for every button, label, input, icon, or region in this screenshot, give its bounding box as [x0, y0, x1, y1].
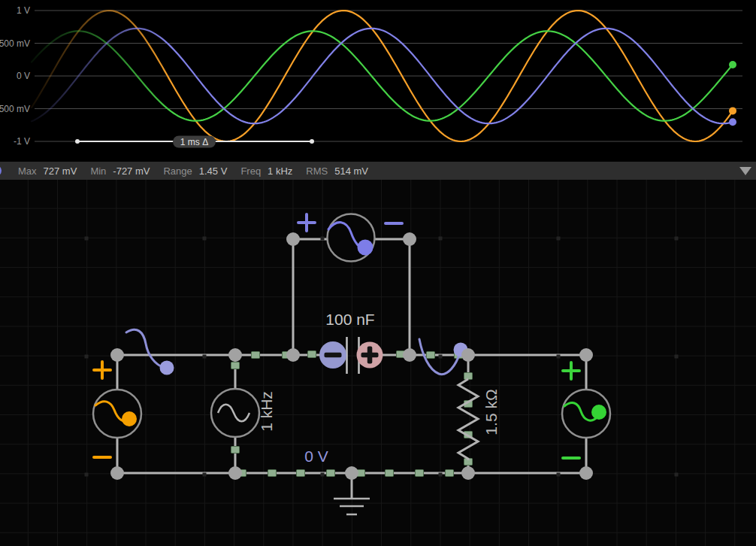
junction-node[interactable]: [286, 348, 300, 362]
probe-dot: [160, 361, 174, 375]
current-flow-dot: [327, 470, 335, 477]
grid-dot: [439, 355, 443, 359]
junction-node[interactable]: [579, 348, 593, 362]
junction-node[interactable]: [110, 466, 124, 480]
probe-dot: [591, 405, 606, 420]
junction-node[interactable]: [286, 232, 300, 246]
plus-glyph-v: [367, 347, 373, 364]
y-axis-label: 0 V: [17, 71, 30, 81]
measurement-status-bar[interactable]: Max 727 mV Min -727 mV Range 1.45 V Freq…: [0, 162, 756, 180]
grid-dot: [321, 237, 325, 241]
current-flow-dot: [427, 352, 435, 359]
measurement-min: Min -727 mV: [90, 165, 150, 177]
measurement-value: -727 mV: [113, 165, 150, 177]
plus-terminal-icon: [563, 362, 579, 379]
selected-trace-indicator[interactable]: [0, 165, 4, 177]
minus-glyph: [325, 353, 342, 358]
current-flow-dot: [464, 373, 473, 380]
probe-dot: [358, 240, 373, 256]
trace-endpoint-resistor: [729, 61, 736, 68]
measurement-label: Min: [90, 165, 106, 177]
grid-dot: [203, 355, 207, 359]
junction-node[interactable]: [461, 348, 475, 362]
probe-wire-marker-left[interactable]: [126, 329, 174, 375]
time-scale-bar[interactable]: 1 ms Δ: [75, 136, 314, 148]
junction-node[interactable]: [228, 466, 242, 480]
plus-terminal-icon: [298, 214, 315, 231]
circuit-canvas[interactable]: 1.5 kΩ 100 nF 1 kHz: [0, 180, 756, 546]
grid-dot: [675, 473, 679, 477]
voltage-source-component[interactable]: 1 kHz: [211, 389, 275, 437]
current-flow-dot: [386, 470, 394, 477]
scope-probe-sine-icon: [126, 329, 162, 367]
measurement-freq: Freq 1 kHz: [240, 165, 292, 177]
current-flow-dot: [252, 352, 260, 359]
scale-bar-endpoint[interactable]: [75, 139, 80, 144]
y-axis-label: -1 V: [14, 136, 30, 147]
grid-dot: [321, 473, 325, 477]
grid-dot: [557, 355, 561, 359]
current-flow-dot: [446, 470, 454, 477]
current-flow-dot: [297, 470, 305, 477]
resistor-value-label: 1.5 kΩ: [482, 389, 500, 435]
resistor-zigzag[interactable]: [458, 379, 478, 460]
junction-node[interactable]: [110, 348, 124, 362]
grid-dot: [85, 473, 89, 477]
junction-node[interactable]: [461, 466, 475, 480]
oscilloscope-panel[interactable]: 1 V 500 mV 0 V -500 mV -1 V 1 ms Δ: [0, 0, 756, 162]
current-flow-dot: [416, 470, 424, 477]
circuit-simulator-app: 1 V 500 mV 0 V -500 mV -1 V 1 ms Δ Max 7…: [0, 0, 756, 546]
junction-node[interactable]: [228, 348, 242, 362]
wires: [117, 239, 586, 473]
voltage-source-freq-label: 1 kHz: [258, 391, 275, 432]
grid-dot: [85, 237, 89, 241]
y-axis-label: -500 mV: [0, 104, 30, 114]
grid-dot: [203, 237, 207, 241]
y-axis-label: 500 mV: [0, 38, 30, 49]
grid-dot: [675, 355, 679, 359]
junction-node[interactable]: [403, 232, 416, 246]
grid-dot: [557, 473, 561, 477]
current-flow-dot: [231, 447, 240, 453]
scale-bar-endpoint[interactable]: [310, 139, 314, 144]
ground-icon: [334, 499, 370, 514]
measurement-range: Range 1.45 V: [163, 165, 227, 177]
junction-node[interactable]: [579, 466, 593, 480]
current-flow-dot: [231, 362, 240, 369]
time-scale-label: 1 ms Δ: [180, 137, 208, 147]
resistor-component[interactable]: 1.5 kΩ: [458, 379, 500, 460]
measurement-value: 727 mV: [44, 165, 77, 177]
capacitor-component[interactable]: 100 nF: [319, 311, 383, 374]
trace-endpoint-source: [729, 107, 736, 114]
measurement-max: Max 727 mV: [18, 165, 77, 177]
measurement-label: Freq: [240, 165, 261, 177]
measurement-value: 514 mV: [334, 165, 368, 177]
grid-dot: [439, 237, 443, 241]
measurement-rms: RMS 514 mV: [306, 165, 368, 177]
measurement-value: 1 kHz: [268, 165, 292, 177]
measurement-label: Max: [18, 165, 37, 177]
scope-probe-top[interactable]: [298, 214, 402, 262]
capacitor-value-label: 100 nF: [325, 311, 374, 328]
junction-node[interactable]: [403, 348, 416, 362]
grid-dot: [85, 355, 89, 359]
current-flow-dot: [268, 470, 277, 477]
grid-dot: [557, 237, 561, 241]
measurement-value: 1.45 V: [199, 165, 228, 177]
measurement-label: RMS: [306, 165, 328, 177]
grid-dot: [675, 237, 679, 241]
probe-dot: [122, 411, 137, 426]
plus-terminal-icon: [94, 362, 110, 378]
current-flow-dot: [308, 351, 316, 358]
ground-voltage-label: 0 V: [304, 447, 328, 465]
measurement-label: Range: [163, 165, 192, 177]
y-axis-label: 1 V: [17, 5, 30, 16]
junction-node[interactable]: [345, 466, 358, 480]
grid-dot: [203, 473, 207, 477]
triangle-down-icon[interactable]: [739, 167, 751, 175]
grid-dot: [439, 473, 443, 477]
trace-endpoint-capacitor: [729, 118, 736, 126]
